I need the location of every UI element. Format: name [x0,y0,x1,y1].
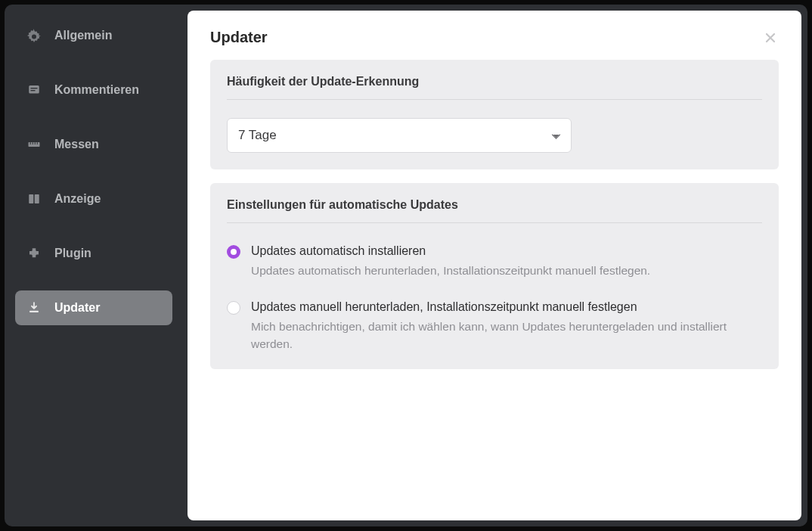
close-button[interactable] [762,30,779,46]
svg-rect-2 [31,90,36,91]
radio-option-auto-install[interactable]: Updates automatisch installieren Updates… [227,244,762,279]
comment-icon [27,83,41,97]
close-icon [763,30,778,45]
svg-rect-5 [33,142,33,144]
download-icon [27,301,41,315]
sidebar: Allgemein Kommentieren Messen Anzeige Pl [5,5,183,526]
svg-rect-0 [29,85,39,94]
sidebar-item-label: Updater [54,301,100,315]
sidebar-item-plugin[interactable]: Plugin [15,236,172,271]
sidebar-item-label: Anzeige [54,192,101,206]
svg-rect-4 [30,142,31,144]
ruler-icon [27,138,41,151]
svg-rect-7 [37,142,38,144]
svg-rect-8 [29,194,33,203]
panel-header: Updater [210,29,779,46]
section-frequency: Häufigkeit der Update-Erkennung 7 Tage [210,60,779,169]
radio-description: Updates automatisch herunterladen, Insta… [251,262,650,279]
radio-indicator [227,301,240,315]
radio-option-manual-download[interactable]: Updates manuell herunterladen, Installat… [227,300,762,352]
radio-indicator [227,245,240,259]
sidebar-item-updater[interactable]: Updater [15,290,172,325]
svg-rect-10 [29,311,39,312]
settings-panel: Updater Häufigkeit der Update-Erkennung … [188,11,801,520]
sidebar-item-measure[interactable]: Messen [15,127,172,162]
frequency-select-value: 7 Tage [238,128,277,142]
frequency-select[interactable]: 7 Tage [227,118,572,153]
sidebar-item-label: Allgemein [54,29,112,42]
radio-description: Mich benachrichtigen, damit ich wählen k… [251,318,762,352]
sidebar-item-label: Plugin [54,247,91,260]
radio-label: Updates manuell herunterladen, Installat… [251,300,762,314]
gear-icon [27,29,41,42]
sidebar-item-general[interactable]: Allgemein [15,18,172,53]
auto-update-radio-group: Updates automatisch installieren Updates… [227,241,762,352]
panel-title: Updater [210,29,268,46]
section-auto-update: Einstellungen für automatische Updates U… [210,183,779,369]
section-title-auto-update: Einstellungen für automatische Updates [227,198,762,223]
app-container: Allgemein Kommentieren Messen Anzeige Pl [5,5,807,526]
plugin-icon [27,247,41,260]
svg-rect-1 [31,88,38,88]
svg-rect-6 [35,142,36,144]
section-title-frequency: Häufigkeit der Update-Erkennung [227,75,762,100]
sidebar-item-label: Kommentieren [54,83,139,97]
sidebar-item-label: Messen [54,138,99,151]
caret-down-icon [552,128,560,143]
svg-rect-9 [35,194,39,203]
display-icon [27,192,41,206]
sidebar-item-display[interactable]: Anzeige [15,182,172,216]
radio-label: Updates automatisch installieren [251,244,650,258]
sidebar-item-comment[interactable]: Kommentieren [15,73,172,107]
